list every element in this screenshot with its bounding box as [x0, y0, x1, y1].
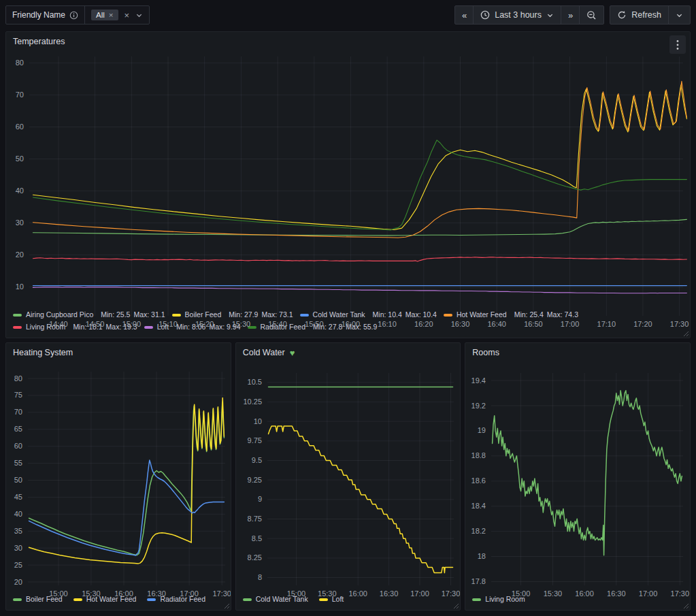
y-tick-label: 18.4: [471, 502, 486, 510]
x-tick-label: 16:10: [378, 320, 397, 328]
grid: [267, 373, 454, 585]
y-tick-label: 8: [258, 573, 262, 581]
series-line-radiator_feed: [33, 140, 686, 230]
info-circle-icon: [69, 11, 78, 20]
zoom-out-button[interactable]: [579, 6, 603, 24]
cold-water-chart[interactable]: 88.258.58.7599.259.59.751010.2510.515:00…: [236, 362, 461, 603]
panel-header[interactable]: Cold Water ♥: [236, 343, 461, 362]
x-tick-label: 16:30: [380, 589, 399, 598]
panel-cold-water: Cold Water ♥ 88.258.58.7599.259.59.75101…: [235, 342, 461, 611]
rooms-chart[interactable]: 17.81818.218.418.618.81919.219.415:0015:…: [465, 362, 690, 603]
series-line-boiler_feed: [33, 85, 686, 230]
y-tick-label: 19: [478, 426, 486, 434]
filter-label: Friendly Name: [6, 6, 85, 24]
panel-header[interactable]: Rooms: [465, 343, 690, 362]
y-tick-label: 19.4: [471, 376, 486, 385]
y-tick-label: 80: [14, 374, 22, 383]
x-tick-label: 16:20: [414, 320, 433, 328]
heating-system-chart[interactable]: 2025303540455055606570758015:0015:3016:0…: [6, 362, 231, 603]
panel-rooms: Rooms 17.81818.218.418.618.81919.219.415…: [465, 342, 691, 611]
y-tick-label: 55: [14, 459, 22, 467]
panel-header[interactable]: Temperatures: [6, 32, 690, 51]
y-tick-label: 8.75: [247, 515, 261, 523]
y-tick-label: 9.75: [247, 436, 261, 444]
y-tick-label: 60: [16, 123, 24, 131]
grid: [28, 372, 225, 585]
time-shift-back-button[interactable]: «: [455, 6, 473, 24]
refresh-group: Refresh: [610, 5, 691, 25]
panel-resize-handle[interactable]: [224, 603, 230, 609]
panel-heating-system: Heating System 2025303540455055606570758…: [5, 342, 231, 611]
x-tick-label: 15:40: [268, 320, 287, 328]
x-tick-label: 15:30: [544, 589, 563, 598]
x-tick-label: 16:30: [607, 589, 626, 598]
chart-area[interactable]: 2025303540455055606570758015:0015:3016:0…: [6, 362, 231, 593]
y-tick-label: 18: [478, 552, 486, 560]
time-range-picker-button[interactable]: Last 3 hours: [473, 6, 561, 24]
clear-all-icon[interactable]: ×: [125, 10, 130, 20]
clock-icon: [480, 10, 490, 20]
chevron-down-icon[interactable]: [135, 12, 143, 19]
x-tick-label: 15:30: [82, 589, 101, 598]
y-tick-label: 8.5: [251, 534, 261, 542]
y-tick-label: 9: [258, 495, 262, 503]
y-tick-label: 9.25: [247, 476, 261, 484]
remove-value-icon[interactable]: ×: [109, 11, 114, 19]
template-variable-control: Friendly Name All × ×: [5, 5, 150, 25]
x-tick-label: 14:50: [86, 320, 105, 328]
series-line-hot_water_feed: [33, 81, 686, 238]
x-tick-label: 15:00: [122, 320, 142, 328]
panel-resize-handle[interactable]: [683, 331, 689, 337]
x-tick-label: 15:30: [318, 589, 337, 598]
panel-header[interactable]: Heating System: [6, 343, 231, 362]
x-tick-label: 15:00: [512, 589, 531, 598]
x-tick-label: 17:30: [212, 589, 231, 598]
time-picker-group: « Last 3 hours »: [454, 5, 604, 25]
x-tick-label: 17:20: [633, 320, 652, 328]
y-tick-label: 10.5: [247, 378, 261, 386]
time-shift-forward-button[interactable]: »: [561, 6, 579, 24]
chart-area[interactable]: 17.81818.218.418.618.81919.219.415:0015:…: [465, 362, 690, 593]
y-tick-label: 20: [14, 578, 22, 586]
y-tick-label: 18.8: [471, 451, 486, 459]
filter-value-dropdown[interactable]: All × ×: [85, 6, 149, 24]
chart-area[interactable]: 102030405060708014:4014:5015:0015:1015:2…: [6, 51, 690, 308]
y-tick-label: 10: [16, 282, 24, 291]
series-line-airing_cupboard: [33, 219, 686, 236]
x-tick-label: 17:30: [441, 589, 460, 598]
panel-title: Heating System: [13, 348, 73, 357]
panel-resize-handle[interactable]: [453, 603, 459, 609]
x-tick-label: 17:00: [561, 320, 580, 328]
axis-labels: 2025303540455055606570758015:0015:3016:0…: [14, 374, 231, 598]
panel-resize-handle[interactable]: [683, 603, 689, 609]
chart-area[interactable]: 88.258.58.7599.259.59.751010.2510.515:00…: [236, 362, 461, 593]
panel-temperatures: Temperatures 102030405060708014:4014:501…: [5, 31, 691, 338]
y-tick-label: 10: [253, 417, 261, 425]
y-tick-label: 50: [16, 155, 24, 163]
x-tick-label: 16:30: [451, 320, 470, 328]
y-tick-label: 10.25: [243, 398, 262, 406]
refresh-button[interactable]: Refresh: [610, 6, 668, 24]
axis-labels: 102030405060708014:4014:5015:0015:1015:2…: [16, 59, 689, 328]
axis-labels: 88.258.58.7599.259.59.751010.2510.515:00…: [243, 378, 460, 598]
chevron-down-icon: [676, 12, 683, 19]
axis-labels: 17.81818.218.418.618.81919.219.415:0015:…: [471, 376, 689, 598]
x-tick-label: 17:00: [180, 589, 199, 598]
filter-label-text: Friendly Name: [12, 10, 65, 20]
y-tick-label: 70: [14, 408, 22, 416]
temperatures-chart[interactable]: 102030405060708014:4014:5015:0015:1015:2…: [6, 51, 690, 331]
y-tick-label: 40: [14, 510, 22, 518]
x-tick-label: 15:10: [159, 320, 178, 328]
x-tick-label: 15:20: [195, 320, 214, 328]
x-tick-label: 16:00: [114, 589, 133, 598]
refresh-label: Refresh: [631, 10, 661, 20]
y-tick-label: 20: [16, 250, 24, 259]
zoom-out-icon: [586, 10, 597, 20]
refresh-interval-button[interactable]: [668, 6, 690, 24]
filter-value-pill[interactable]: All ×: [91, 10, 118, 20]
y-tick-label: 30: [14, 544, 22, 552]
x-tick-label: 16:00: [576, 589, 595, 598]
panel-title: Temperatures: [13, 37, 65, 46]
x-tick-label: 15:50: [305, 320, 324, 328]
y-tick-label: 8.25: [247, 553, 261, 562]
